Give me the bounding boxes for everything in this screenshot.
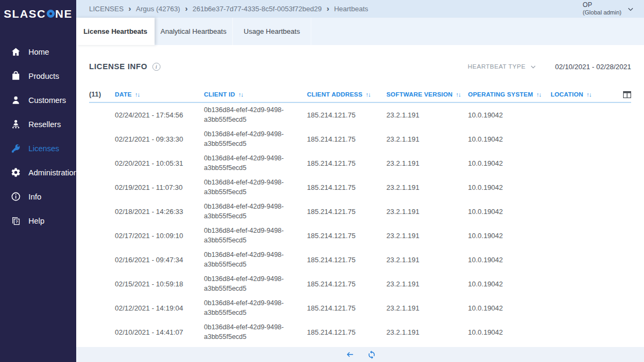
sidebar-nav: Home Products Customers Resellers <box>0 40 76 233</box>
cell-operating-system: 10.0.19042 <box>468 256 551 264</box>
cell-software-version: 23.2.1.191 <box>386 208 468 216</box>
bottom-action-bar <box>76 347 644 362</box>
cell-date: 02/12/2021 - 14:19:04 <box>115 304 204 312</box>
help-icon: ? <box>11 216 21 226</box>
column-header-client-address[interactable]: CLIENT ADDRESS↑↓ <box>307 91 386 98</box>
sort-icon[interactable]: ↑↓ <box>456 91 460 98</box>
table-row[interactable]: 02/18/2021 - 14:26:33 0b136d84-efef-42d9… <box>89 200 631 224</box>
column-header-location[interactable]: LOCATION↑↓ <box>551 91 615 98</box>
back-button[interactable] <box>345 350 355 359</box>
cell-client-address: 185.214.121.75 <box>307 328 386 336</box>
cell-client-id: 0b136d84-efef-42d9-9498-a3bb55f5ecd5 <box>204 178 307 197</box>
sidebar-item-label: Info <box>28 193 41 201</box>
breadcrumb: LICENSES › Argus (42763) › 261b6e37-7d77… <box>89 4 583 13</box>
sidebar-item-info[interactable]: Info <box>0 184 76 209</box>
tab-usage-heartbeats[interactable]: Usage Heartbeats <box>233 18 311 45</box>
tab-analytical-heartbeats[interactable]: Analytical Heartbeats <box>155 18 233 45</box>
cell-date: 02/15/2021 - 10:59:18 <box>115 280 204 288</box>
breadcrumb-item-license-id[interactable]: 261b6e37-7d77-4335-8c5f-0053f72bed29 <box>193 5 322 13</box>
breadcrumb-item-product[interactable]: Argus (42763) <box>136 5 180 13</box>
tab-license-heartbeats[interactable]: License Heartbeats <box>76 18 155 45</box>
user-info: OP (Global admin) <box>583 2 621 16</box>
cell-client-address: 185.214.121.75 <box>307 304 386 312</box>
user-menu[interactable]: OP (Global admin) <box>583 2 634 16</box>
cell-client-id: 0b136d84-efef-42d9-9498-a3bb55f5ecd5 <box>204 202 307 221</box>
table-row[interactable]: 02/24/2021 - 17:54:56 0b136d84-efef-42d9… <box>89 103 631 127</box>
heartbeat-type-dropdown[interactable]: HEARTBEAT TYPE <box>468 63 537 70</box>
cell-client-id: 0b136d84-efef-42d9-9498-a3bb55f5ecd5 <box>204 250 307 269</box>
table-row[interactable]: 02/20/2021 - 10:05:31 0b136d84-efef-42d9… <box>89 151 631 175</box>
resellers-icon <box>11 119 21 129</box>
column-header-client-id[interactable]: CLIENT ID↑↓ <box>204 91 307 98</box>
breadcrumb-item-licenses[interactable]: LICENSES <box>89 5 123 13</box>
date-range-picker[interactable]: 02/10/2021 - 02/28/2021 <box>555 63 631 71</box>
cell-client-address: 185.214.121.75 <box>307 256 386 264</box>
sidebar-item-home[interactable]: Home <box>0 40 76 64</box>
table-row[interactable]: 02/10/2021 - 14:41:07 0b136d84-efef-42d9… <box>89 320 631 344</box>
brand-logo[interactable]: SLASCNE <box>0 0 76 31</box>
tab-label: Usage Heartbeats <box>244 27 300 35</box>
sidebar-item-administration[interactable]: Administration <box>0 160 76 184</box>
cell-operating-system: 10.0.19042 <box>468 135 551 143</box>
sidebar-item-resellers[interactable]: Resellers <box>0 112 76 136</box>
table-row[interactable]: 02/12/2021 - 14:19:04 0b136d84-efef-42d9… <box>89 296 631 320</box>
cell-client-address: 185.214.121.75 <box>307 208 386 216</box>
info-nav-icon <box>11 191 21 202</box>
customers-icon <box>11 95 21 105</box>
sidebar-item-label: Administration <box>28 168 78 177</box>
sort-icon[interactable]: ↑↓ <box>135 91 140 98</box>
sort-icon[interactable]: ↑↓ <box>238 91 243 98</box>
table-row[interactable]: 02/15/2021 - 10:59:18 0b136d84-efef-42d9… <box>89 272 631 296</box>
brand-logo-left: SLASC <box>4 8 46 20</box>
info-icon[interactable]: i <box>152 63 160 71</box>
user-name: OP <box>583 2 621 9</box>
cell-client-address: 185.214.121.75 <box>307 159 386 167</box>
cell-operating-system: 10.0.19042 <box>468 232 551 240</box>
table-row[interactable]: 02/21/2021 - 09:33:30 0b136d84-efef-42d9… <box>89 127 631 151</box>
cell-date: 02/19/2021 - 11:07:30 <box>115 183 204 191</box>
table-row[interactable]: 02/16/2021 - 09:47:34 0b136d84-efef-42d9… <box>89 248 631 272</box>
table-body: 02/24/2021 - 17:54:56 0b136d84-efef-42d9… <box>89 103 631 344</box>
cell-software-version: 23.2.1.191 <box>386 159 468 167</box>
svg-text:?: ? <box>16 219 18 224</box>
home-icon <box>11 47 21 57</box>
user-role: (Global admin) <box>583 9 621 16</box>
row-count: (11) <box>89 91 115 98</box>
app-window: SLASCNE Home Products Customers <box>0 0 644 362</box>
sidebar-item-help[interactable]: ? Help <box>0 209 76 233</box>
cell-operating-system: 10.0.19042 <box>468 304 551 312</box>
table-columns-icon <box>623 91 631 98</box>
cell-software-version: 23.2.1.191 <box>386 256 468 264</box>
chevron-down-icon <box>627 5 634 13</box>
arrow-left-icon <box>345 350 355 359</box>
column-header-software-version[interactable]: SOFTWARE VERSION↑↓ <box>386 91 468 98</box>
column-header-operating-system[interactable]: OPERATING SYSTEM↑↓ <box>468 91 551 98</box>
cell-software-version: 23.2.1.191 <box>386 304 468 312</box>
breadcrumb-bar: LICENSES › Argus (42763) › 261b6e37-7d77… <box>76 0 644 18</box>
sort-icon[interactable]: ↑↓ <box>536 91 541 98</box>
cell-date: 02/10/2021 - 14:41:07 <box>115 328 204 336</box>
refresh-button[interactable] <box>367 350 376 359</box>
page-header: LICENSE INFO i HEARTBEAT TYPE 02/10/2021… <box>89 62 631 71</box>
sort-icon[interactable]: ↑↓ <box>365 91 370 98</box>
cell-software-version: 23.2.1.191 <box>386 328 468 336</box>
tab-label: License Heartbeats <box>83 27 147 35</box>
cell-operating-system: 10.0.19042 <box>468 328 551 336</box>
table-row[interactable]: 02/19/2021 - 11:07:30 0b136d84-efef-42d9… <box>89 175 631 200</box>
column-header-date[interactable]: DATE↑↓ <box>115 91 204 98</box>
chevron-right-icon: › <box>128 4 131 13</box>
table-row[interactable]: 02/17/2021 - 10:09:10 0b136d84-efef-42d9… <box>89 224 631 248</box>
cell-software-version: 23.2.1.191 <box>386 232 468 240</box>
chevron-right-icon: › <box>326 4 329 13</box>
sort-icon[interactable]: ↑↓ <box>587 91 591 98</box>
sidebar-item-products[interactable]: Products <box>0 64 76 88</box>
sidebar: SLASCNE Home Products Customers <box>0 0 76 362</box>
sidebar-item-customers[interactable]: Customers <box>0 88 76 112</box>
cell-date: 02/18/2021 - 14:26:33 <box>115 208 204 216</box>
sidebar-item-licenses[interactable]: Licenses <box>0 136 76 160</box>
sidebar-item-label: Resellers <box>28 120 61 129</box>
column-chooser-button[interactable] <box>623 91 631 98</box>
cell-client-id: 0b136d84-efef-42d9-9498-a3bb55f5ecd5 <box>204 226 307 245</box>
cell-date: 02/17/2021 - 10:09:10 <box>115 232 204 240</box>
cell-operating-system: 10.0.19042 <box>468 208 551 216</box>
